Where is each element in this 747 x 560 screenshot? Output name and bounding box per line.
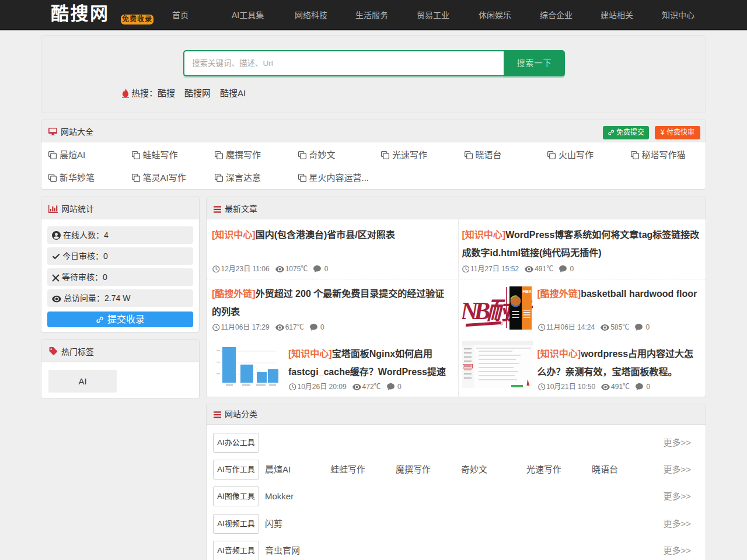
svg-text:FIBA: FIBA: [522, 289, 531, 293]
svg-text:®: ®: [500, 322, 504, 326]
